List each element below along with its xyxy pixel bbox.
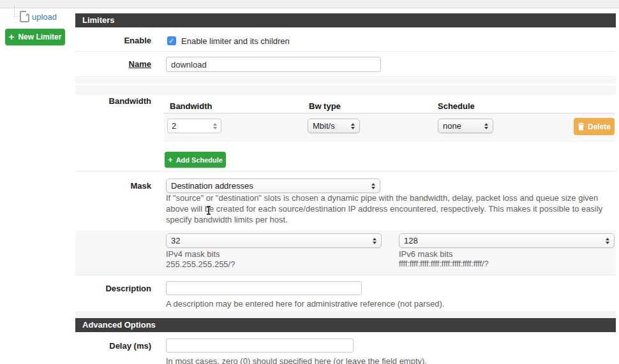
ipv4-mask-bits-value: 32 <box>171 236 180 245</box>
plus-icon: + <box>9 32 15 41</box>
select-arrows-icon <box>351 123 355 129</box>
row-divider <box>75 76 616 77</box>
delay-help-text: In most cases, zero (0) should specified… <box>166 356 427 364</box>
add-schedule-button[interactable]: + Add Schedule <box>165 152 226 168</box>
section-stripe <box>75 78 616 84</box>
description-label: Description <box>75 284 151 293</box>
ipv6-mask-bits-caption: IPv6 mask bits <box>399 249 453 259</box>
enable-checkbox-label: Enable limiter and its children <box>181 36 290 46</box>
select-arrows-icon <box>484 123 488 129</box>
select-arrows-icon <box>606 238 609 244</box>
section-stripe <box>75 311 616 318</box>
advanced-options-title: Advanced Options <box>82 320 156 330</box>
mask-label: Mask <box>75 181 151 191</box>
ipv4-mask-bits-select[interactable]: 32 <box>166 233 382 248</box>
mask-select[interactable]: Destination addresses <box>166 178 380 193</box>
limiters-panel-title: Limiters <box>82 15 115 25</box>
add-schedule-button-label: Add Schedule <box>176 156 223 164</box>
section-stripe <box>75 85 616 95</box>
row-divider <box>75 275 616 275</box>
limiters-panel-header: Limiters <box>75 13 616 27</box>
new-limiter-button[interactable]: + New Limiter <box>5 29 65 45</box>
stepper-up-icon <box>213 123 217 126</box>
name-input[interactable] <box>166 57 381 72</box>
delete-button-label: Delete <box>588 122 611 131</box>
select-arrows-icon <box>371 183 375 189</box>
table-header-rule <box>164 113 615 113</box>
stepper-down-icon <box>213 127 217 129</box>
bw-type-selected-value: Mbit/s <box>313 121 335 131</box>
bandwidth-table-row-background <box>164 113 615 142</box>
delay-input[interactable] <box>166 339 354 353</box>
row-divider <box>75 51 616 52</box>
bandwidth-value: 2 <box>172 121 176 131</box>
ipv6-mask-bits-value: 128 <box>404 236 418 245</box>
new-limiter-button-label: New Limiter <box>18 33 61 41</box>
select-arrows-icon <box>373 238 377 244</box>
plus-icon: + <box>168 156 173 164</box>
bandwidth-section-label: Bandwidth <box>75 96 151 106</box>
number-stepper[interactable] <box>213 123 217 129</box>
file-icon <box>20 11 29 22</box>
row-divider <box>75 171 616 171</box>
description-help-text: A description may be entered here for ad… <box>166 299 444 309</box>
top-chrome-bar <box>0 0 619 8</box>
ipv6-mask-example: ffff:ffff:ffff:ffff:ffff:ffff:ffff:ffff/… <box>399 259 488 268</box>
ipv6-mask-bits-select[interactable]: 128 <box>399 233 615 248</box>
schedule-select[interactable]: none <box>438 119 493 133</box>
column-header-schedule: Schedule <box>438 101 475 111</box>
mask-selected-value: Destination addresses <box>171 181 253 191</box>
column-header-bandwidth: Bandwidth <box>170 101 212 111</box>
ipv4-mask-bits-caption: IPv4 mask bits <box>166 249 220 259</box>
trash-icon <box>578 122 585 131</box>
enable-label: Enable <box>75 36 151 45</box>
enable-checkbox[interactable] <box>167 36 176 45</box>
name-label: Name <box>75 59 151 69</box>
delay-label: Delay (ms) <box>75 341 151 351</box>
schedule-selected-value: none <box>443 121 461 131</box>
sidebar-item-upload[interactable]: upload <box>32 12 57 22</box>
advanced-options-panel-header: Advanced Options <box>75 318 616 332</box>
delete-row-button[interactable]: Delete <box>574 118 615 135</box>
bw-type-select[interactable]: Mbit/s <box>308 119 360 133</box>
text-cursor-pointer <box>205 206 211 215</box>
ipv4-mask-example: 255.255.255.255/? <box>166 259 235 269</box>
description-input[interactable] <box>166 281 362 295</box>
mask-help-text: If "source" or "destination" slots is ch… <box>166 193 612 225</box>
limiter-edit-page: upload + New Limiter Limiters Enable Ena… <box>0 0 619 364</box>
bandwidth-value-input[interactable]: 2 <box>167 119 221 133</box>
column-header-bw-type: Bw type <box>309 101 341 111</box>
